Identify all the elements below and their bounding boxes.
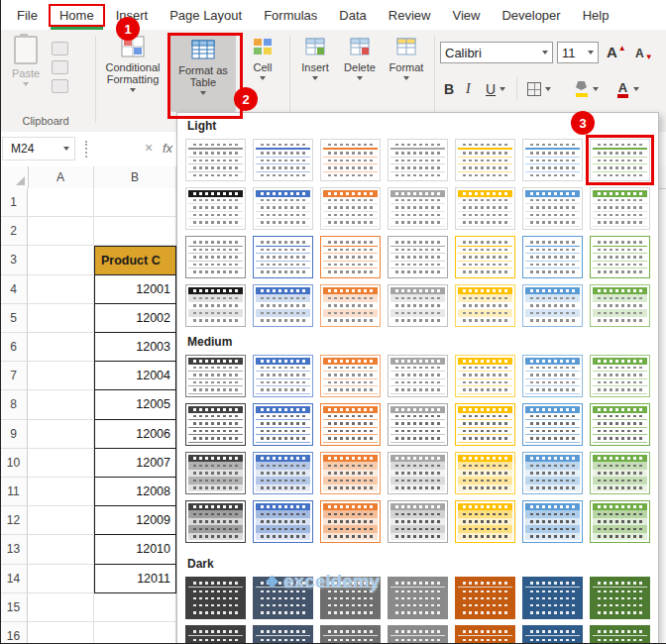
tab-help[interactable]: Help	[572, 4, 620, 27]
cell-A8[interactable]	[28, 390, 94, 419]
table-style-thumbnail[interactable]	[522, 452, 583, 494]
table-style-thumbnail[interactable]	[320, 236, 381, 278]
table-style-thumbnail[interactable]	[320, 500, 381, 543]
table-style-thumbnail[interactable]	[590, 187, 650, 230]
cell-B4[interactable]: 12001	[94, 275, 176, 304]
table-style-thumbnail[interactable]	[388, 236, 448, 278]
row-header-6[interactable]: 6	[0, 333, 28, 362]
select-all-corner[interactable]	[0, 166, 29, 188]
cell-B13[interactable]: 12010	[94, 535, 176, 564]
row-header-1[interactable]: 1	[0, 188, 28, 217]
row-header-13[interactable]: 13	[0, 535, 28, 564]
table-style-thumbnail[interactable]	[522, 577, 583, 619]
font-color-button[interactable]: A	[616, 77, 639, 101]
table-style-thumbnail[interactable]	[522, 500, 583, 543]
format-cells-button[interactable]: Format	[383, 35, 430, 80]
column-header-B[interactable]: B	[94, 166, 176, 188]
table-style-thumbnail[interactable]	[253, 500, 313, 543]
table-style-thumbnail[interactable]	[388, 403, 448, 446]
table-style-thumbnail[interactable]	[388, 139, 448, 181]
table-style-thumbnail[interactable]	[185, 139, 246, 181]
cell-A1[interactable]	[28, 188, 94, 217]
underline-button[interactable]: U	[486, 77, 505, 101]
tab-view[interactable]: View	[441, 4, 491, 27]
cell-A12[interactable]	[28, 506, 94, 535]
table-style-thumbnail[interactable]	[185, 625, 246, 644]
row-header-15[interactable]: 15	[0, 593, 28, 622]
table-style-thumbnail[interactable]	[185, 577, 246, 619]
table-style-thumbnail[interactable]	[590, 625, 650, 644]
table-style-thumbnail[interactable]	[320, 355, 381, 397]
cell-B16[interactable]	[94, 622, 176, 644]
row-header-16[interactable]: 16	[0, 622, 28, 644]
cell-A5[interactable]	[28, 304, 94, 333]
table-style-thumbnail[interactable]	[253, 284, 313, 327]
table-style-thumbnail[interactable]	[320, 625, 381, 644]
cell-A14[interactable]	[28, 565, 94, 593]
cell-B12[interactable]: 12009	[94, 506, 176, 535]
table-style-thumbnail[interactable]	[253, 139, 313, 181]
delete-cells-button[interactable]: Delete	[338, 35, 382, 80]
cell-A16[interactable]	[28, 622, 94, 644]
cell-A11[interactable]	[28, 478, 94, 506]
row-header-8[interactable]: 8	[0, 390, 28, 419]
column-header-A[interactable]: A	[28, 166, 94, 188]
formula-bar-splitter[interactable]	[85, 141, 87, 158]
cancel-icon[interactable]: ×	[145, 140, 153, 156]
table-style-thumbnail[interactable]	[185, 236, 246, 278]
cell-A15[interactable]	[28, 593, 94, 622]
cell-B10[interactable]: 12007	[94, 449, 176, 478]
cell-B3[interactable]: Product C	[94, 246, 176, 274]
row-header-12[interactable]: 12	[0, 506, 28, 535]
table-style-thumbnail[interactable]	[522, 284, 583, 327]
cell-A6[interactable]	[28, 333, 94, 362]
table-style-thumbnail[interactable]	[320, 452, 381, 494]
table-style-thumbnail[interactable]	[388, 625, 448, 644]
cell-B9[interactable]: 12006	[94, 420, 176, 449]
table-style-thumbnail[interactable]	[253, 355, 313, 397]
table-style-thumbnail[interactable]	[185, 500, 246, 543]
table-style-thumbnail[interactable]	[253, 187, 313, 230]
table-style-thumbnail[interactable]	[455, 577, 515, 619]
cell-A13[interactable]	[28, 535, 94, 564]
table-style-thumbnail[interactable]	[185, 452, 246, 494]
row-header-5[interactable]: 5	[0, 304, 28, 333]
table-style-thumbnail[interactable]	[522, 355, 583, 397]
table-style-thumbnail[interactable]	[590, 355, 650, 397]
tab-formulas[interactable]: Formulas	[253, 4, 328, 27]
table-style-thumbnail[interactable]	[253, 403, 313, 446]
table-style-thumbnail[interactable]	[253, 452, 313, 494]
format-as-table-button[interactable]: Format as Table	[170, 35, 236, 112]
table-style-thumbnail[interactable]	[320, 139, 381, 181]
table-style-thumbnail[interactable]	[388, 187, 448, 230]
table-style-thumbnail[interactable]	[522, 625, 583, 644]
cut-icon[interactable]	[52, 42, 68, 55]
name-box[interactable]: M24	[2, 137, 75, 161]
table-style-thumbnail[interactable]	[388, 284, 448, 327]
table-style-thumbnail[interactable]	[590, 236, 650, 278]
row-header-4[interactable]: 4	[0, 275, 28, 304]
table-style-thumbnail[interactable]	[320, 187, 381, 230]
cell-A10[interactable]	[28, 449, 94, 478]
cell-A7[interactable]	[28, 362, 94, 390]
cell-B6[interactable]: 12003	[94, 333, 176, 362]
table-style-thumbnail[interactable]	[388, 355, 448, 397]
row-header-11[interactable]: 11	[0, 478, 28, 506]
cell-styles-button[interactable]: Cell	[241, 35, 284, 80]
table-style-thumbnail[interactable]	[185, 403, 246, 446]
row-header-10[interactable]: 10	[0, 449, 28, 478]
table-style-thumbnail[interactable]	[590, 577, 650, 619]
table-style-thumbnail[interactable]	[522, 403, 583, 446]
table-style-thumbnail[interactable]	[455, 236, 515, 278]
cell-B2[interactable]	[94, 217, 176, 246]
table-style-thumbnail[interactable]	[590, 139, 650, 181]
copy-icon[interactable]	[52, 60, 68, 74]
row-header-3[interactable]: 3	[0, 246, 28, 274]
table-style-thumbnail[interactable]	[320, 403, 381, 446]
table-style-thumbnail[interactable]	[455, 187, 515, 230]
fill-color-button[interactable]	[575, 77, 599, 101]
cell-B8[interactable]: 12005	[94, 390, 176, 419]
table-style-thumbnail[interactable]	[455, 452, 515, 494]
table-style-thumbnail[interactable]	[590, 284, 650, 327]
cell-B14[interactable]: 12011	[94, 565, 176, 593]
